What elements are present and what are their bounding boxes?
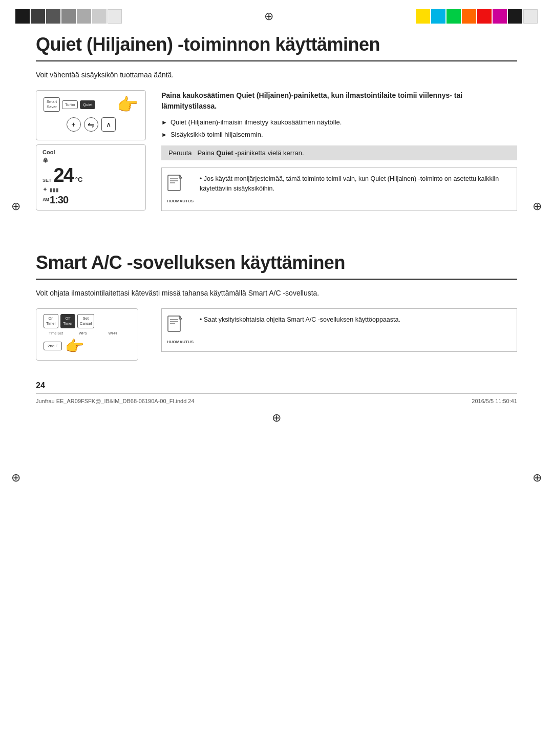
display-icons-row: ✦ ▮▮▮	[42, 186, 139, 193]
bars-icon: ▮▮▮	[50, 187, 59, 193]
section2-left-panel: OnTimer OffTimer SetCancel Time Set WPS …	[36, 308, 146, 361]
section2-title: Smart A/C -sovelluksen käyttäminen	[36, 252, 517, 280]
remote-top-buttons: SmartSaver Turbo Quiet 👉	[44, 96, 138, 113]
degree-symbol: °C	[75, 176, 83, 183]
display-set-row: SET 24°C	[42, 165, 139, 185]
page-number: 24	[36, 381, 553, 390]
swatch	[31, 9, 45, 24]
time-display: 1:30	[50, 194, 68, 206]
off-timer-button: OffTimer	[60, 314, 75, 328]
up-arrow-button: ∧	[101, 117, 116, 132]
quiet-bold: Quiet	[216, 149, 233, 157]
color-strip-left	[15, 9, 122, 24]
remote-2nd-row: 2nd F 👉	[44, 337, 131, 355]
time-set-label: Time Set	[44, 331, 68, 335]
section1-right-panel: Paina kaukosäätimen Quiet (Hiljainen)-pa…	[161, 90, 517, 211]
note-content-1: Jos käytät monijärjestelmää, tämä toimin…	[200, 175, 499, 192]
remote-middle-row: + ⇋ ∧	[44, 117, 138, 132]
bullet-text-2: Sisäyksikkö toimii hiljaisemmin.	[171, 130, 263, 139]
section2-intro: Voit ohjata ilmastointilaitettasi kätevä…	[36, 289, 517, 297]
note-box-1: HUOMAUTUS • Jos käytät monijärjestelmää,…	[161, 167, 517, 211]
swatch	[462, 9, 476, 24]
snowflake-icon: ❅	[42, 156, 49, 164]
wps-label: WPS	[68, 331, 98, 335]
note-box-2: HUOMAUTUS • Saat yksityiskohtaisia ohjei…	[161, 308, 517, 352]
section-spacer	[36, 221, 517, 252]
note-icon-1: HUOMAUTUS	[167, 174, 194, 204]
asterisk-icon: ✦	[42, 186, 48, 193]
section1-title: Quiet (Hiljainen) -toiminnon käyttäminen	[36, 34, 517, 61]
fan-button: ⇋	[84, 117, 98, 132]
swatch	[477, 9, 492, 24]
section1-intro: Voit vähentää sisäyksikön tuottamaa äänt…	[36, 71, 517, 79]
section2-content-row: OnTimer OffTimer SetCancel Time Set WPS …	[36, 308, 517, 361]
set-label: SET	[42, 178, 52, 183]
remote-control-box: SmartSaver Turbo Quiet 👉 + ⇋ ∧	[36, 90, 146, 140]
am-label: AM	[42, 197, 49, 202]
section2-right-panel: HUOMAUTUS • Saat yksityiskohtaisia ohjei…	[161, 308, 517, 361]
registration-mark-top: ⊕	[264, 10, 273, 23]
smart-saver-button: SmartSaver	[44, 97, 60, 112]
hand-gesture-area: 👉	[97, 96, 138, 113]
bullet-list: ► Quiet (Hiljainen)-ilmaisin ilmestyy ka…	[161, 118, 517, 139]
display-time-row: AM 1:30	[42, 194, 139, 206]
hand-icon: 👉	[117, 96, 138, 113]
note-content-2: Saat yksityiskohtaisia ohjeita Smart A/C…	[204, 316, 400, 323]
color-strip-right	[416, 9, 538, 24]
plus-button: +	[67, 117, 81, 132]
section1-content-row: SmartSaver Turbo Quiet 👉 + ⇋ ∧ Cool ❅	[36, 90, 517, 211]
reg-mark-left-2: ⊕	[11, 471, 20, 485]
swatch	[92, 9, 107, 24]
note-document-icon-2	[167, 315, 184, 334]
reg-mark-right: ⊕	[533, 200, 542, 213]
top-bar: ⊕	[0, 0, 553, 29]
swatch	[61, 9, 76, 24]
turbo-button: Turbo	[62, 100, 78, 109]
note-label-1: HUOMAUTUS	[167, 198, 194, 204]
on-timer-button: OnTimer	[44, 314, 58, 328]
remote-display-box: Cool ❅ SET 24°C ✦ ▮▮▮ AM 1:30	[36, 144, 146, 211]
reg-mark-bottom: ⊕	[272, 411, 281, 425]
arrow-icon-1: ►	[161, 118, 167, 127]
footer-date-info: 2016/5/5 11:50:41	[472, 398, 517, 404]
note-text-1: • Jos käytät monijärjestelmää, tämä toim…	[200, 174, 509, 194]
footer-file-info: Junfrau EE_AR09FSFK@_IB&IM_DB68-06190A-0…	[36, 398, 195, 404]
swatch	[15, 9, 30, 24]
svg-marker-9	[179, 316, 182, 319]
remote-sublabels-row: Time Set WPS Wi-Fi	[44, 331, 131, 335]
remote-control-box-2: OnTimer OffTimer SetCancel Time Set WPS …	[36, 308, 138, 361]
peruuta-box: Peruuta Paina Quiet -painiketta vielä ke…	[161, 145, 517, 160]
swatch	[46, 9, 60, 24]
cool-label: Cool	[42, 149, 139, 155]
note-icon-2: HUOMAUTUS	[167, 315, 194, 345]
bullet-text-1: Quiet (Hiljainen)-ilmaisin ilmestyy kauk…	[171, 118, 342, 127]
quiet-button: Quiet	[80, 100, 95, 109]
note-document-icon	[167, 174, 184, 194]
2nd-f-button: 2nd F	[44, 342, 62, 350]
hand-icon-2: 👉	[65, 337, 84, 355]
note-text-2: • Saat yksityiskohtaisia ohjeita Smart A…	[200, 315, 400, 325]
svg-marker-4	[179, 175, 182, 178]
swatch	[431, 9, 445, 24]
swatch	[77, 9, 91, 24]
bottom-reg-mark-row: ⊕	[0, 408, 553, 428]
bullet-dot: •	[200, 175, 202, 182]
display-snowflake-row: ❅	[42, 156, 139, 164]
section1-left-panel: SmartSaver Turbo Quiet 👉 + ⇋ ∧ Cool ❅	[36, 90, 146, 211]
reg-mark-right-2: ⊕	[533, 471, 542, 485]
swatch	[508, 9, 522, 24]
swatch	[493, 9, 507, 24]
footer: Junfrau EE_AR09FSFK@_IB&IM_DB68-06190A-0…	[36, 393, 517, 408]
reg-mark-left: ⊕	[11, 200, 20, 213]
swatch	[446, 9, 461, 24]
swatch	[416, 9, 430, 24]
arrow-icon-2: ►	[161, 131, 167, 139]
peruuta-label: Peruuta	[168, 149, 192, 157]
bullet-item-1: ► Quiet (Hiljainen)-ilmaisin ilmestyy ka…	[161, 118, 517, 127]
set-cancel-button: SetCancel	[77, 314, 94, 328]
instruction-text: Paina kaukosäätimen Quiet (Hiljainen)-pa…	[161, 90, 517, 112]
wifi-label: Wi-Fi	[98, 331, 127, 335]
swatch	[108, 9, 122, 24]
remote-top-buttons-2: OnTimer OffTimer SetCancel	[44, 314, 131, 328]
temperature-display: 24	[54, 165, 73, 185]
